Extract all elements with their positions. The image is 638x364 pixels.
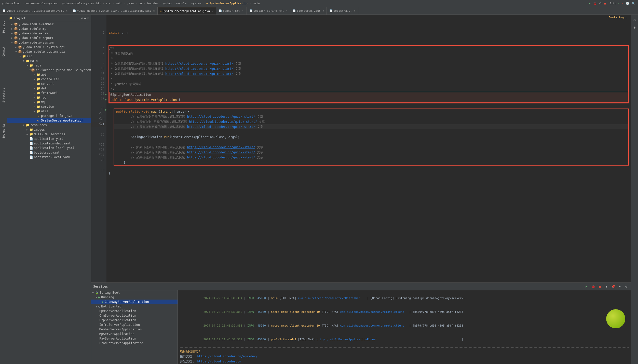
toolbar-stop[interactable]: ■: [604, 2, 606, 5]
close-icon[interactable]: ×: [66, 9, 67, 12]
tab-system-yaml[interactable]: 📄 yudao-module-system-biz\...\applicatio…: [70, 7, 157, 15]
header-settings-icon[interactable]: ⚙: [81, 17, 83, 20]
breadcrumb-item[interactable]: src: [106, 2, 111, 5]
svc-add-btn[interactable]: +: [617, 284, 622, 289]
toolbar-debug[interactable]: 🐞: [593, 2, 597, 5]
breadcrumb-item[interactable]: cn: [139, 2, 142, 5]
svc-bpm[interactable]: BpmServerApplication: [91, 309, 178, 313]
svc-running-label: Running: [101, 295, 114, 299]
git-cross[interactable]: ✓: [621, 2, 623, 5]
git-check[interactable]: ✓: [618, 2, 620, 5]
tree-item-src[interactable]: ▼ 📁 src: [7, 54, 91, 59]
breadcrumb-item[interactable]: main: [115, 2, 122, 5]
tree-item-app-yaml[interactable]: ▶ 📄 application.yaml: [7, 137, 91, 141]
tree-item-system-biz[interactable]: ▼ 📦 yudao-module-system-biz: [7, 49, 91, 54]
tree-item-job[interactable]: ▶ 📁 job: [7, 95, 91, 100]
svc-settings-btn[interactable]: ⚙: [624, 284, 629, 289]
tab-system-server-app[interactable]: ☕ SystemServerApplication.java ×: [158, 7, 216, 15]
project-tool-icon[interactable]: Project: [1, 17, 7, 37]
code-line-28: }: [114, 160, 628, 165]
structure-tool-icon[interactable]: Structure: [1, 86, 7, 104]
tree-item-bootstrap-yaml[interactable]: ▶ 📄 bootstrap.yaml: [7, 150, 91, 155]
svc-pay[interactable]: PayServerApplication: [91, 336, 178, 341]
tree-item-convert[interactable]: ▶ 📁 convert: [7, 82, 91, 86]
breadcrumb-item[interactable]: main: [253, 2, 260, 5]
toolbar-run2[interactable]: ⟳: [599, 2, 602, 5]
svc-springboot-group[interactable]: ▼ 🍃 Spring Boot: [91, 290, 178, 295]
tree-item-framework[interactable]: ▶ 📁 framework: [7, 91, 91, 95]
tree-item-util[interactable]: ▶ 📁 util: [7, 109, 91, 114]
tree-item-api[interactable]: ▶ 📁 api: [7, 72, 91, 77]
tree-item-app-local-yaml[interactable]: ▶ 📄 application-local.yaml: [7, 146, 91, 150]
tree-item-app-dev-yaml[interactable]: ▶ 📄 application-dev.yaml: [7, 141, 91, 146]
svc-not-started-group[interactable]: ▼ ○ Not Started: [91, 304, 178, 309]
tree-item-service[interactable]: ▶ 📁 service: [7, 104, 91, 109]
bookmarks-tool-icon[interactable]: Bookmarks: [1, 121, 7, 141]
tab-bootstrap-local[interactable]: 📄 bootstra... ×: [327, 7, 358, 15]
commit-tool-icon[interactable]: Commit: [1, 44, 7, 59]
breadcrumb-item[interactable]: module: [176, 2, 186, 5]
svc-erp[interactable]: ErpServerApplication: [91, 318, 178, 322]
tab-banner[interactable]: 📄 banner.txt ×: [216, 7, 247, 15]
header-collapse-icon[interactable]: ≡: [84, 17, 86, 20]
api-doc-link[interactable]: https://cloud.iocoder.cn/api-doc/: [197, 355, 257, 358]
close-icon-banner[interactable]: ×: [242, 9, 243, 12]
svc-filter-btn[interactable]: ▼: [604, 284, 609, 289]
close-icon-bs[interactable]: ×: [322, 9, 324, 12]
tree-item-package-info[interactable]: ▶ ☕ package-info.java: [7, 114, 91, 118]
toolbar-run[interactable]: ▶: [589, 2, 591, 5]
tab-bootstrap[interactable]: 📄 bootstrap.yaml ×: [290, 7, 327, 15]
tree-item-system-api[interactable]: ▶ 📦 yudao-module-system-api: [7, 45, 91, 49]
tree-item-main[interactable]: ▼ 📁 main: [7, 59, 91, 63]
dev-doc-link[interactable]: https://cloud.iocoder.cn: [197, 360, 241, 363]
breadcrumb-item[interactable]: yudao-cloud: [2, 2, 21, 5]
breadcrumb-item[interactable]: system: [191, 2, 201, 5]
svc-stop-btn[interactable]: ■: [597, 284, 602, 289]
breadcrumb-item[interactable]: iocoder: [147, 2, 158, 5]
right-tool-2[interactable]: +: [632, 24, 638, 31]
tree-item-images[interactable]: ▶ 📁 images: [7, 127, 91, 132]
svc-infra[interactable]: InfraServerApplication: [91, 322, 178, 327]
svc-member[interactable]: MemberServerApplication: [91, 327, 178, 332]
tree-item-bootstrap-local-yaml[interactable]: ▶ 📄 bootstrap-local.yaml: [7, 155, 91, 159]
breadcrumb-item[interactable]: yudao: [163, 2, 172, 5]
expand-arrow: ▼: [29, 69, 31, 71]
svc-crm[interactable]: CrmServerApplication: [91, 313, 178, 318]
services-log[interactable]: 2024-04-22 11:48:31.314 | INFO 45160 | m…: [178, 290, 631, 364]
svc-product[interactable]: ProductServerApplication: [91, 341, 178, 345]
svc-running-group[interactable]: ▼ ▶ Running: [91, 295, 178, 300]
svc-mp[interactable]: MpServerApplication: [91, 332, 178, 336]
tree-item-pay[interactable]: ▶ 📦 yudao-module-pay: [7, 31, 91, 36]
tree-item-controller[interactable]: ▶ 📁 controller: [7, 77, 91, 82]
tree-item-package[interactable]: ▼ 📦 cn.iocoder.yudao.module.system: [7, 68, 91, 72]
breadcrumb-item[interactable]: yudao-module-system-biz: [62, 2, 101, 5]
close-icon-logback[interactable]: ×: [286, 9, 287, 12]
tree-item-member[interactable]: ▶ 📦 yudao-module-member: [7, 22, 91, 26]
svc-debug-btn[interactable]: 🐞: [591, 284, 596, 289]
code-content[interactable]: import ...; /** * 项目的启动类 * * 如果你碰到启动的问题，…: [106, 15, 631, 282]
breadcrumb-item[interactable]: java: [127, 2, 134, 5]
breadcrumb-item[interactable]: ⚙ SystemServerApplication: [206, 2, 248, 5]
right-tool-1[interactable]: ⚙: [632, 17, 638, 23]
tree-item-report[interactable]: ▶ 📦 yudao-module-report: [7, 36, 91, 40]
search-icon[interactable]: 🔍: [632, 2, 635, 5]
svc-pin-btn[interactable]: 📌: [610, 284, 616, 289]
tree-item-mq[interactable]: ▶ 📁 mq: [7, 100, 91, 104]
svc-gateway-app[interactable]: ▶ ▶ GatewayServerApplication: [91, 300, 178, 304]
svc-run-btn[interactable]: ▶: [584, 284, 589, 289]
tree-item-java[interactable]: ▼ 📁 java: [7, 63, 91, 68]
close-icon-bl[interactable]: ×: [354, 9, 356, 12]
tab-gateway-yaml[interactable]: 📄 yudao-gateway\...\application.yaml ×: [0, 7, 70, 15]
tree-item-dal[interactable]: ▶ 📁 dal: [7, 86, 91, 91]
tab-logback[interactable]: 📄 logback-spring.xml ×: [247, 7, 290, 15]
close-icon2[interactable]: ×: [153, 9, 155, 12]
sidebar-header: 📁 Project ⚙ ≡ ×: [7, 15, 91, 22]
tree-item-mp[interactable]: ▶ 📦 yudao-module-mp: [7, 26, 91, 31]
tree-item-meta-inf[interactable]: ▶ 📁 META-INF.services: [7, 132, 91, 137]
breadcrumb-item[interactable]: yudao-module-system: [25, 2, 57, 5]
tree-item-system-server-app[interactable]: ▶ ⚙ SystemServerApplication: [7, 118, 91, 123]
tree-item-system[interactable]: ▼ 📦 yudao-module-system: [7, 40, 91, 45]
header-close-icon[interactable]: ×: [87, 17, 89, 20]
close-icon-active[interactable]: ×: [212, 10, 213, 12]
tree-item-resources[interactable]: ▼ 📁 resources: [7, 123, 91, 127]
